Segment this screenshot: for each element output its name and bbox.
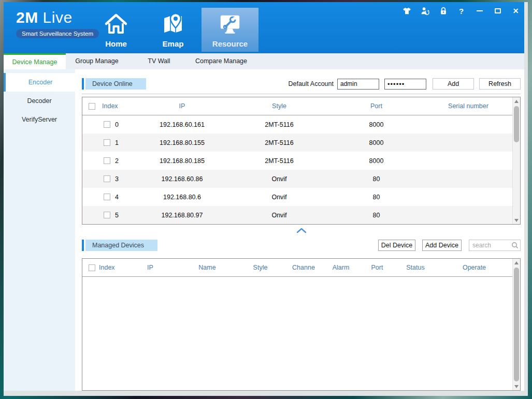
managed-table-header: Index IP Name Style Channe Alarm Port St… bbox=[82, 259, 512, 277]
cell-index: 1 bbox=[115, 139, 119, 146]
tab-device-manage[interactable]: Device Manage bbox=[4, 53, 66, 69]
close-button[interactable]: ✕ bbox=[510, 6, 521, 16]
sidebar-item-encoder[interactable]: Encoder bbox=[4, 73, 75, 92]
cell-ip: 192.168.80.6 bbox=[134, 194, 230, 201]
main-panel: Device Online Default Account Add Refres… bbox=[75, 69, 524, 391]
scroll-down-arrow[interactable] bbox=[513, 382, 520, 390]
skin-tshirt-icon[interactable] bbox=[401, 6, 412, 16]
app-logo: 2M Live Smart Surveillance System bbox=[4, 2, 87, 53]
table-row[interactable]: 5 192.168.80.97 Onvif 80 bbox=[82, 206, 512, 224]
sidebar-item-verifyserver[interactable]: VerifyServer bbox=[4, 110, 75, 129]
table-row[interactable]: 1 192.168.80.155 2MT-5116 8000 bbox=[82, 134, 512, 152]
table-row[interactable]: 4 192.168.80.6 Onvif 80 bbox=[82, 188, 512, 206]
cell-port: 8000 bbox=[328, 121, 424, 128]
cell-ip: 192.168.60.161 bbox=[134, 121, 230, 128]
scroll-up-arrow[interactable] bbox=[513, 259, 520, 267]
nav-item-home[interactable]: Home bbox=[88, 8, 145, 52]
account-input[interactable] bbox=[337, 79, 379, 90]
cell-port: 80 bbox=[328, 194, 424, 201]
col-port: Port bbox=[328, 102, 424, 110]
cell-index: 0 bbox=[115, 121, 119, 128]
cell-style: 2MT-5116 bbox=[230, 157, 328, 165]
brand-light: Live bbox=[43, 9, 73, 26]
chip-accent-bar bbox=[82, 240, 84, 251]
help-button[interactable]: ? bbox=[456, 6, 467, 16]
cell-style: Onvif bbox=[230, 212, 328, 219]
managed-devices-chip: Managed Devices bbox=[82, 240, 157, 251]
nav-item-emap[interactable]: Emap bbox=[145, 8, 202, 52]
col-port: Port bbox=[360, 264, 395, 271]
collapse-row bbox=[82, 225, 521, 236]
chip-accent-bar bbox=[82, 78, 84, 90]
switch-user-icon[interactable] bbox=[420, 6, 430, 16]
col-style: Style bbox=[230, 102, 328, 110]
content-area: Encoder Decoder VerifyServer Device Onli… bbox=[4, 69, 524, 391]
cell-port: 80 bbox=[328, 175, 424, 183]
nav-item-resource[interactable]: Resource bbox=[202, 8, 258, 52]
cell-index: 3 bbox=[115, 175, 119, 183]
managed-actions: Del Device Add Device bbox=[378, 240, 521, 251]
scrollbar-thumb[interactable] bbox=[514, 268, 519, 381]
sidebar-item-decoder[interactable]: Decoder bbox=[4, 92, 75, 110]
table-row[interactable]: 0 192.168.60.161 2MT-5116 8000 bbox=[82, 115, 512, 134]
refresh-button[interactable]: Refresh bbox=[479, 78, 521, 90]
device-online-table: Index IP Style Port Serial number 0 192.… bbox=[82, 97, 521, 225]
row-checkbox[interactable] bbox=[104, 175, 110, 182]
cell-index: 2 bbox=[115, 157, 119, 165]
window-controls: ? ✕ bbox=[394, 6, 521, 16]
col-name: Name bbox=[179, 264, 236, 271]
section-divider bbox=[82, 94, 521, 94]
search-icon bbox=[511, 242, 519, 251]
add-device-button[interactable]: Add Device bbox=[422, 240, 462, 251]
app-window: 2M Live Smart Surveillance System Home bbox=[4, 2, 528, 396]
col-style: Style bbox=[236, 264, 285, 271]
cell-port: 80 bbox=[328, 212, 424, 219]
col-alarm: Alarm bbox=[322, 264, 360, 271]
brand-title: 2M Live bbox=[16, 9, 87, 26]
scrollbar-thumb[interactable] bbox=[514, 106, 519, 142]
title-bar: 2M Live Smart Surveillance System Home bbox=[4, 2, 524, 53]
add-button[interactable]: Add bbox=[433, 78, 474, 90]
account-form: Default Account Add Refresh bbox=[288, 78, 521, 90]
cell-index: 4 bbox=[115, 194, 119, 201]
col-operate: Operate bbox=[436, 264, 512, 271]
tab-compare-manage[interactable]: Compare Manage bbox=[190, 53, 252, 69]
lock-icon[interactable] bbox=[438, 6, 449, 16]
default-account-label: Default Account bbox=[288, 80, 334, 87]
cell-port: 8000 bbox=[328, 139, 424, 146]
maximize-button[interactable] bbox=[492, 6, 503, 16]
row-checkbox[interactable] bbox=[104, 212, 110, 218]
col-index: Index bbox=[95, 264, 122, 271]
module-tabbar: Device Manage Group Manage TV Wall Compa… bbox=[4, 53, 524, 69]
table-row[interactable]: 3 192.168.60.86 Onvif 80 bbox=[82, 170, 512, 188]
tab-tv-wall[interactable]: TV Wall bbox=[128, 53, 190, 69]
cell-style: Onvif bbox=[230, 175, 328, 183]
tab-group-manage[interactable]: Group Manage bbox=[66, 53, 128, 69]
scroll-down-arrow[interactable] bbox=[513, 216, 520, 224]
table-row[interactable]: 2 192.168.80.185 2MT-5116 8000 bbox=[82, 152, 512, 170]
online-table-header: Index IP Style Port Serial number bbox=[82, 97, 512, 115]
del-device-button[interactable]: Del Device bbox=[378, 240, 415, 251]
managed-devices-table: Index IP Name Style Channe Alarm Port St… bbox=[82, 258, 521, 391]
managed-table-scrollbar[interactable] bbox=[512, 259, 520, 390]
row-checkbox[interactable] bbox=[104, 194, 110, 200]
cell-ip: 192.168.80.97 bbox=[134, 212, 230, 219]
collapse-chevron-up-icon[interactable] bbox=[297, 228, 306, 233]
online-table-scrollbar[interactable] bbox=[512, 97, 520, 224]
cell-style: 2MT-5116 bbox=[230, 121, 328, 128]
minimize-button[interactable] bbox=[474, 6, 485, 16]
managed-devices-title: Managed Devices bbox=[85, 240, 157, 251]
password-input[interactable] bbox=[384, 79, 426, 90]
cell-style: Onvif bbox=[230, 194, 328, 201]
search-box bbox=[469, 240, 521, 251]
row-checkbox[interactable] bbox=[104, 139, 110, 146]
select-all-checkbox[interactable] bbox=[89, 103, 95, 110]
monitor-wrench-icon bbox=[218, 8, 242, 40]
col-ip: IP bbox=[122, 264, 179, 271]
map-pin-icon bbox=[161, 8, 185, 40]
row-checkbox[interactable] bbox=[104, 121, 110, 128]
scroll-up-arrow[interactable] bbox=[513, 97, 520, 105]
brand-tagline: Smart Surveillance System bbox=[16, 29, 99, 38]
row-checkbox[interactable] bbox=[104, 157, 110, 164]
brand-bold: 2M bbox=[16, 9, 38, 26]
